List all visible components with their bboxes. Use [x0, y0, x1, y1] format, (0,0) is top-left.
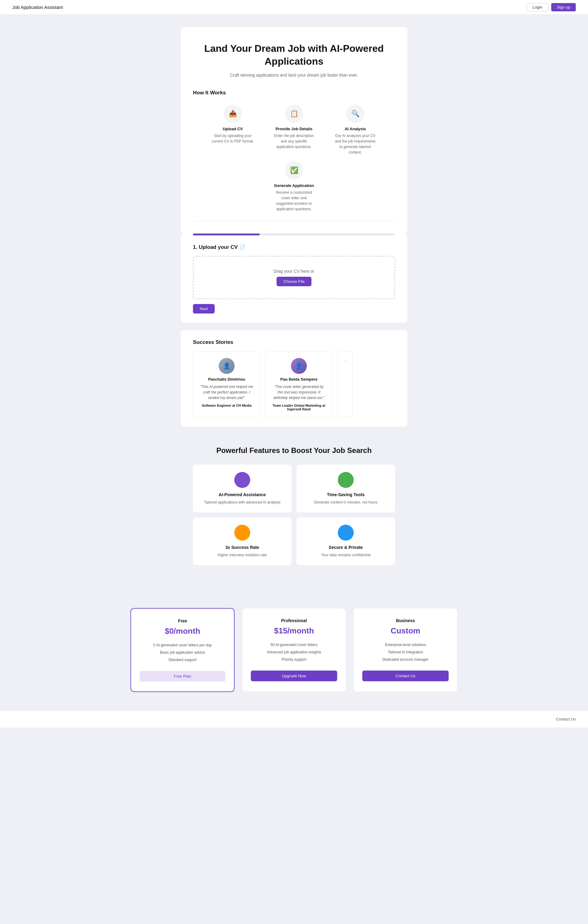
feature-card-success: 3x Success Rate Higher interview invitat…	[193, 517, 292, 565]
hero-card: Land Your Dream Job with AI-Powered Appl…	[181, 27, 407, 234]
pricing-tier-pro: Professional	[251, 618, 337, 623]
feature-desc-success: Higher interview invitation rate	[199, 552, 285, 558]
avatar-1: 👤	[219, 358, 235, 374]
steps-row-bottom: ✅ Generate Application Receive a customi…	[193, 161, 395, 212]
step-job-name: Provide Job Details	[276, 127, 313, 131]
pricing-price-pro: $15/month	[251, 626, 337, 635]
success-stories-section: Success Stories 👤 Paschalis Dimitriou "T…	[181, 330, 407, 427]
testimonial-quote-1: "This AI-powered tool helped me craft th…	[199, 384, 254, 401]
app-title: Job Application Assistant	[12, 5, 63, 10]
feature-card-secure: Secure & Private Your data remains confi…	[296, 517, 395, 565]
step-job-details: 📋 Provide Job Details Enter the job desc…	[273, 104, 315, 155]
testimonial-name-1: Paschalis Dimitriou	[199, 377, 254, 381]
step-ai-desc: Our AI analyzes your CV and the job requ…	[334, 133, 377, 155]
step-upload-cv: 📤 Upload CV Start by uploading your curr…	[211, 104, 254, 155]
feature-desc-secure: Your data remains confidential	[303, 552, 389, 558]
free-plan-button[interactable]: Free Plan	[140, 671, 226, 681]
avatar-2: 👤	[291, 358, 307, 374]
testimonial-role-2: Team Leader Global Marketing at Ingersol…	[272, 404, 326, 411]
hero-subtitle: Craft winning applications and land your…	[193, 73, 395, 78]
navbar: Job Application Assistant Login Sign up	[0, 0, 588, 15]
partial-hint: ...	[344, 358, 346, 362]
testimonials-row: 👤 Paschalis Dimitriou "This AI-powered t…	[193, 351, 395, 417]
pricing-feature-free-3: Standard support	[140, 656, 226, 663]
cv-dropzone[interactable]: Drag your CV here or Choose File	[193, 256, 395, 299]
hero-title: Land Your Dream Job with AI-Powered Appl…	[193, 42, 395, 68]
pricing-feature-free-2: Basic job application advice	[140, 649, 226, 656]
ai-analysis-icon: 🔍	[346, 104, 364, 123]
feature-icon-ai	[234, 472, 250, 488]
feature-name-ai: AI-Powered Assistance	[199, 492, 285, 497]
job-details-icon: 📋	[285, 104, 303, 123]
testimonial-card-1: 👤 Paschalis Dimitriou "This AI-powered t…	[193, 351, 260, 417]
step-ai-analysis: 🔍 AI Analysis Our AI analyzes your CV an…	[334, 104, 377, 155]
testimonial-card-partial: ...	[338, 351, 353, 417]
pricing-features-free: 5 AI-generated cover letters per day Bas…	[140, 642, 226, 663]
pricing-feature-biz-3: Dedicated account manager	[362, 656, 449, 663]
pricing-tier-free: Free	[140, 619, 226, 624]
step-generate-desc: Receive a customized cover letter and su…	[273, 190, 315, 212]
features-grid: AI-Powered Assistance Tailored applicati…	[193, 465, 395, 565]
pricing-price-biz: Custom	[362, 626, 449, 635]
feature-card-ai: AI-Powered Assistance Tailored applicati…	[193, 465, 292, 512]
feature-name-secure: Secure & Private	[303, 545, 389, 550]
pricing-card-pro: Professional $15/month 50 AI-generated c…	[242, 608, 346, 692]
upload-section: 1. Upload your CV 📄 Drag your CV here or…	[181, 234, 407, 323]
feature-desc-ai: Tailored applications with advanced AI a…	[199, 500, 285, 505]
avatar-person2-img: 👤	[291, 358, 307, 374]
upgrade-now-button[interactable]: Upgrade Now	[251, 670, 337, 681]
pricing-feature-free-1: 5 AI-generated cover letters per day	[140, 642, 226, 649]
feature-icon-success	[234, 525, 250, 541]
step-upload-name: Upload CV	[222, 127, 243, 131]
avatar-person1-img: 👤	[219, 358, 235, 374]
pricing-card-biz: Business Custom Enterprise-level solutio…	[353, 608, 458, 692]
testimonial-role-1: Software Engineer at CH Media	[199, 404, 254, 407]
success-stories-title: Success Stories	[193, 339, 395, 345]
feature-card-time: Time-Saving Tools Generate content in mi…	[296, 465, 395, 512]
feature-desc-time: Generate content in minutes, not hours	[303, 500, 389, 505]
feature-icon-time	[338, 472, 354, 488]
features-title: Powerful Features to Boost Your Job Sear…	[193, 446, 395, 455]
dropzone-text: Drag your CV here or	[273, 269, 314, 274]
testimonial-quote-2: "The cover letter generated by this tool…	[272, 384, 326, 401]
step-generate: ✅ Generate Application Receive a customi…	[273, 161, 315, 212]
pricing-tier-biz: Business	[362, 618, 449, 623]
features-section: Powerful Features to Boost Your Job Sear…	[181, 434, 407, 578]
login-button[interactable]: Login	[527, 3, 548, 12]
footer: Contact Us	[0, 710, 588, 728]
feature-name-success: 3x Success Rate	[199, 545, 285, 550]
pricing-section: Free $0/month 5 AI-generated cover lette…	[110, 608, 478, 710]
testimonial-card-2: 👤 Pau Belda Sempere "The cover letter ge…	[265, 351, 333, 417]
how-it-works-title: How It Works	[193, 90, 395, 96]
feature-icon-secure	[338, 525, 354, 541]
contact-us-button[interactable]: Contact Us	[362, 670, 449, 681]
pricing-feature-biz-2: Tailored AI integration	[362, 648, 449, 656]
pricing-feature-pro-1: 50 AI-generated cover letters	[251, 641, 337, 648]
navbar-actions: Login Sign up	[527, 3, 576, 12]
step-upload-desc: Start by uploading your current CV in PD…	[211, 133, 254, 144]
choose-file-button[interactable]: Choose File	[277, 277, 311, 286]
footer-contact-link[interactable]: Contact Us	[556, 717, 576, 721]
pricing-feature-pro-2: Advanced job application insights	[251, 648, 337, 656]
how-it-works-section: How It Works 📤 Upload CV Start by upload…	[193, 90, 395, 212]
pricing-feature-pro-3: Priority support	[251, 656, 337, 663]
progress-bar-container	[193, 234, 395, 235]
step-ai-name: AI Analysis	[344, 127, 366, 131]
testimonial-name-2: Pau Belda Sempere	[272, 377, 326, 381]
divider	[193, 221, 395, 221]
upload-section-title: 1. Upload your CV 📄	[193, 244, 395, 251]
upload-cv-icon: 📤	[224, 104, 242, 123]
feature-name-time: Time-Saving Tools	[303, 492, 389, 497]
pricing-features-pro: 50 AI-generated cover letters Advanced j…	[251, 641, 337, 663]
progress-bar-fill	[193, 234, 260, 235]
generate-icon: ✅	[285, 161, 303, 180]
next-button[interactable]: Next	[193, 304, 215, 314]
pricing-price-free: $0/month	[140, 626, 226, 636]
step-generate-name: Generate Application	[274, 183, 314, 188]
signup-button[interactable]: Sign up	[551, 3, 576, 12]
pricing-card-free: Free $0/month 5 AI-generated cover lette…	[130, 608, 235, 692]
step-job-desc: Enter the job description and any specif…	[273, 133, 315, 150]
pricing-feature-biz-1: Enterprise-level solutions	[362, 641, 449, 648]
pricing-features-biz: Enterprise-level solutions Tailored AI i…	[362, 641, 449, 663]
steps-row-top: 📤 Upload CV Start by uploading your curr…	[193, 104, 395, 155]
